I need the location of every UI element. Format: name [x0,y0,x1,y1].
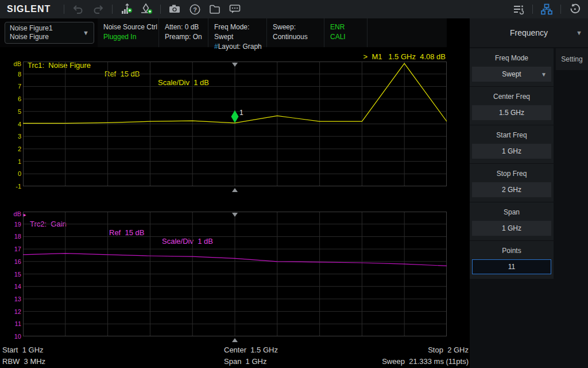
y-axis-tick-label: 15 [0,270,21,278]
cali-state: CALI [330,32,367,42]
rbw-readout: RBW 3 MHz [2,356,45,367]
status-freq-mode: Freq Mode: Swept #Layout: Graph [208,18,267,47]
instrument-screen: SIGLENT ? [0,0,588,368]
y-axis-tick-label: 11 [0,320,21,328]
center-freq-group: Center Freq 1.5 GHz [470,87,554,125]
stop-freq-field[interactable]: 2 GHz [472,182,551,197]
y-axis-tick-label: 0 [0,170,21,178]
panel-menu-selector[interactable]: Frequency ▼ [470,18,588,47]
status-noise-source: Noise Source Ctrl Plugged In [98,18,159,47]
y-axis-tick-label: dB [0,60,21,68]
svg-text:?: ? [193,6,197,13]
y-axis-tick-label: 6 [0,95,21,103]
file-icon[interactable] [208,3,221,16]
y-axis-tick-label: -1 [0,182,21,190]
y-axis-tick-label: 5 [0,108,21,116]
top-toolbar: SIGLENT ? [0,0,588,18]
panel-buttons: Freq Mode Swept ▼ Center Freq 1.5 GHz St… [470,48,554,279]
freq-mode-select[interactable]: Swept ▼ [472,67,551,82]
measurement-selector-text: Noise Figure1 Noise Figure [5,24,83,41]
noise-source-state: Plugged In [103,32,158,42]
span-readout: Span 1 GHz [224,356,266,367]
y-axis-tick-label: 16 [0,258,21,266]
freq-mode-label: Freq Mode [470,52,554,64]
right-panel: Frequency ▼ Freq Mode Swept ▼ Center Fre… [470,18,588,368]
message-icon[interactable] [229,3,241,16]
start-freq-label: Start Freq [470,129,554,141]
stop-freq-label: Stop Freq [470,167,554,180]
camera-icon[interactable] [168,3,181,16]
chevron-down-icon: ▼ [541,71,547,78]
span-group: Span 1 GHz [470,202,554,240]
y-axis-tick-label: 12 [0,308,21,316]
atten-value: Atten: 0 dB [165,22,208,32]
center-freq-marker-top-icon [232,63,238,67]
y-axis-tick-label: 19 [0,220,21,228]
bottom-status-bar: Start 1 GHz RBW 3 MHz Center 1.5 GHz Spa… [0,344,470,368]
start-freq-field[interactable]: 1 GHz [472,144,551,159]
center-freq-label: Center Freq [470,90,554,103]
span-label: Span [470,206,554,218]
trace2-header: ▸ Trc2: Gain Ref 15 dB Scale/Div 1 dB [0,202,447,212]
preamp-state: Preamp: On [165,32,208,42]
toolbar-divider [160,5,161,14]
y-axis-tick-label: 1 [0,158,21,166]
y-axis-tick-label: 18 [0,232,21,240]
tab-setting[interactable]: Setting [556,48,588,70]
help-icon[interactable]: ? [188,3,201,16]
center-freq-marker-bottom-icon [232,338,238,342]
preset-list-icon[interactable] [512,3,525,16]
y-axis-tick-label: dB [0,210,21,218]
layout-state: #Layout: Graph [214,42,266,52]
panel-title: Frequency [510,28,548,37]
siglent-logo: SIGLENT [7,4,51,14]
y-axis-tick-label: 17 [0,245,21,253]
start-freq-group: Start Freq 1 GHz [470,125,554,163]
stop-freq-group: Stop Freq 2 GHz [470,164,554,202]
y-axis-tick-label: 8 [0,70,21,78]
span-field[interactable]: 1 GHz [472,221,551,236]
marker-readout: > M1 1.5 GHz 4.08 dB [23,52,446,61]
add-trace-icon[interactable] [120,3,133,16]
status-sweep: Sweep: Continuous [267,18,324,47]
noise-figure-chart[interactable]: 1 [23,62,447,186]
center-freq-marker-bottom-icon [232,188,238,192]
marker-m1-number: 1 [239,109,243,117]
sweep-time-readout: Sweep 21.333 ms (11pts) [382,356,469,367]
toolbar-divider [560,5,561,14]
toolbar-divider [64,5,64,14]
chevron-down-icon: ▼ [576,29,582,36]
y-axis-tick-label: 14 [0,282,21,290]
history-icon[interactable] [568,3,581,16]
undo-icon[interactable] [72,3,84,16]
enr-state: ENR [330,22,367,32]
points-label: Points [470,244,554,257]
chevron-down-icon: ▼ [83,29,94,36]
sweep-state: Sweep: Continuous [273,22,324,42]
add-marker-icon[interactable] [140,3,153,16]
center-freq-readout: Center 1.5 GHz [224,345,278,355]
y-axis-tick-label: 2 [0,145,21,153]
points-group: Points 11 [470,241,554,279]
toolbar-divider [532,5,533,14]
y-axis-tick-label: 10 [0,332,21,340]
status-cal: ENR CALI [324,18,368,47]
status-atten: Atten: 0 dB Preamp: On [159,18,208,47]
measurement-selector[interactable]: Noise Figure1 Noise Figure ▼ [5,22,94,44]
redo-icon[interactable] [92,3,105,16]
stop-freq-readout: Stop 2 GHz [428,345,469,355]
y-axis-tick-label: 3 [0,132,21,140]
marker-m1-diamond[interactable] [231,110,239,123]
freq-mode-state: Freq Mode: Swept [214,22,266,42]
center-freq-field[interactable]: 1.5 GHz [472,105,551,120]
start-freq-readout: Start 1 GHz [2,345,44,355]
y-axis-tick-label: 13 [0,295,21,303]
y-axis-tick-label: 7 [0,82,21,90]
points-field[interactable]: 11 [472,259,551,274]
toolbar-divider [112,5,113,14]
status-empty [368,18,447,47]
y-axis-tick-label: 4 [0,120,21,128]
network-icon[interactable] [540,3,553,16]
gain-chart[interactable] [23,212,447,336]
noise-source-label: Noise Source Ctrl [103,22,158,32]
